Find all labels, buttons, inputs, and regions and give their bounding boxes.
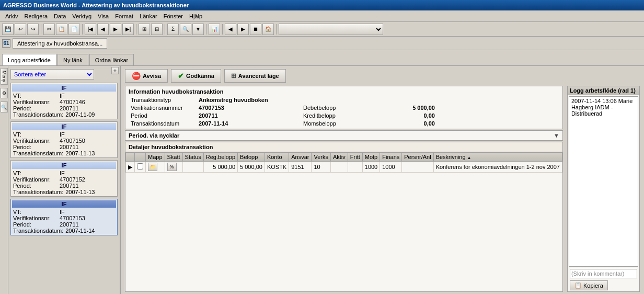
- log-comment-input[interactable]: (Skriv in kommentar): [570, 269, 637, 278]
- toolbar-filter-btn[interactable]: ▼: [192, 24, 204, 35]
- toolbar-sep-1: [41, 24, 41, 35]
- menu-format[interactable]: Format: [112, 12, 136, 20]
- record-card-2[interactable]: IF VT: IF Verifikationsnr: 47007150 Peri…: [10, 121, 118, 158]
- toolbar-grid2-btn[interactable]: ⊟: [151, 24, 163, 35]
- sort-select[interactable]: Sortera efter: [10, 69, 94, 80]
- menu-visa[interactable]: Visa: [95, 12, 112, 20]
- table-row[interactable]: ▶ 📁 %: [126, 162, 562, 173]
- col-motp[interactable]: Motp: [362, 153, 380, 162]
- transaktionsdatum-label: Transaktionsdatum: [129, 120, 197, 127]
- menu-lankar[interactable]: Länkar: [136, 12, 160, 20]
- menu-fonster[interactable]: Fönster: [160, 12, 186, 20]
- toolbar-nav-first-btn[interactable]: |◀: [85, 24, 96, 35]
- toolbar-undo-btn[interactable]: ↩: [15, 24, 26, 35]
- row-checkbox-cell[interactable]: [135, 162, 146, 173]
- info-section: Information huvudbokstransaktion Transak…: [125, 86, 563, 129]
- col-aktiv[interactable]: Aktiv: [330, 153, 348, 162]
- tab-ordna-lankar[interactable]: Ordna länkar: [89, 54, 134, 65]
- menu-arkiv[interactable]: Arkiv: [2, 12, 21, 20]
- row-checkbox[interactable]: [137, 163, 143, 169]
- debetbelopp-label: Debetbelopp: [301, 105, 364, 111]
- avancerat-label: Avancerat läge: [238, 73, 279, 79]
- record-card-3[interactable]: IF VT: IF Verifikationsnr: 47007152 Peri…: [10, 160, 118, 197]
- row-fritt: [348, 162, 362, 173]
- godkanna-label: Godkänna: [186, 73, 214, 79]
- avancerat-icon: ⊞: [231, 72, 236, 80]
- main-area: Meny ⚙ 🔍 + Sortera efter IF VT: IF Verif…: [0, 66, 644, 294]
- menu-verktyg[interactable]: Verktyg: [69, 12, 95, 20]
- record-card-4[interactable]: IF VT: IF Verifikationsnr: 47007153 Peri…: [10, 199, 118, 235]
- col-mapp[interactable]: Mapp: [146, 153, 165, 162]
- row-mapp-cell[interactable]: 📁: [146, 162, 165, 173]
- tab-ny-lank[interactable]: Ny länk: [58, 54, 88, 65]
- toolbar-chart-btn[interactable]: 📊: [209, 24, 220, 35]
- record-card-3-header: IF: [12, 162, 116, 169]
- menu-data[interactable]: Data: [51, 12, 69, 20]
- row-aktiv: [330, 162, 348, 173]
- col-persnr[interactable]: Persnr/Anl: [402, 153, 433, 162]
- kopiera-button[interactable]: 📋 Kopiera: [570, 280, 608, 290]
- vert-menu-btn-3[interactable]: 🔍: [1, 101, 8, 112]
- toolbar-sum-btn[interactable]: Σ: [167, 24, 179, 35]
- avvisa-button[interactable]: ⛔ Avvisa: [125, 69, 168, 83]
- row-beskrivning: Konferens för ekonomiavdelningen 1-2 nov…: [433, 162, 562, 173]
- tab-logg[interactable]: Logg arbetsflöde: [2, 54, 56, 65]
- transaktionstyp-value: Ankomstreg huvudboken: [197, 97, 301, 103]
- toolbar-back-btn[interactable]: ◀: [225, 24, 236, 35]
- col-belopp[interactable]: Belopp: [238, 153, 265, 162]
- menu-hjalp[interactable]: Hjälp: [186, 12, 205, 20]
- info-section-title: Information huvudbokstransaktion: [129, 88, 559, 95]
- godkanna-icon: ✔: [178, 72, 184, 80]
- toolbar-nav-next-btn[interactable]: ▶: [110, 24, 121, 35]
- row-mapp-btn[interactable]: 📁: [148, 163, 157, 171]
- record-card-2-ver: Verifikationsnr: 47007150: [12, 138, 116, 144]
- toolbar-nav-prev-btn[interactable]: ◀: [97, 24, 109, 35]
- vert-menu: Meny ⚙ 🔍: [0, 66, 8, 294]
- transaktionstyp-label: Transaktionstyp: [129, 97, 197, 103]
- toolbar-copy-btn[interactable]: 📋: [56, 24, 67, 35]
- col-ansvar[interactable]: Ansvar: [289, 153, 312, 162]
- row-skatt-btn[interactable]: %: [167, 163, 177, 171]
- col-finans[interactable]: Finans: [380, 153, 402, 162]
- toolbar-redo-btn[interactable]: ↪: [27, 24, 39, 35]
- toolbar-home-btn[interactable]: 🏠: [262, 24, 274, 35]
- window-tab-attestering[interactable]: Attestering av huvudbokstransa...: [13, 38, 107, 49]
- record-card-3-date: Transaktionsdatum: 2007-11-13: [12, 189, 116, 195]
- menu-bar: Arkiv Redigera Data Verktyg Visa Format …: [0, 10, 644, 22]
- row-skatt-cell[interactable]: %: [165, 162, 182, 173]
- toolbar-dropdown[interactable]: [279, 24, 383, 35]
- row-indicator: ▶: [126, 162, 135, 173]
- toolbar-grid1-btn[interactable]: ⊞: [139, 24, 150, 35]
- toolbar-cut-btn[interactable]: ✂: [43, 24, 55, 35]
- left-sidebar: + Sortera efter IF VT: IF Verifikationsn…: [8, 66, 121, 294]
- col-konto[interactable]: Konto: [264, 153, 289, 162]
- col-fritt[interactable]: Fritt: [348, 153, 362, 162]
- avancerat-button[interactable]: ⊞ Avancerat läge: [224, 69, 286, 83]
- menu-redigera[interactable]: Redigera: [21, 12, 51, 20]
- toolbar-search-btn[interactable]: 🔍: [180, 24, 191, 35]
- toolbar-forward-btn[interactable]: ▶: [237, 24, 249, 35]
- toolbar-save-btn[interactable]: 💾: [2, 24, 14, 35]
- record-card-1-header: IF: [12, 84, 116, 92]
- godkanna-button[interactable]: ✔ Godkänna: [171, 69, 221, 83]
- col-status[interactable]: Status: [182, 153, 203, 162]
- record-card-3-ver: Verifikationsnr: 47007152: [12, 176, 116, 183]
- record-card-2-date: Transaktionsdatum: 2007-11-13: [12, 150, 116, 156]
- log-sidebar: Logg arbetsflöde (rad 1) 2007-11-14 13:0…: [567, 86, 640, 292]
- sidebar-collapse-btn[interactable]: +: [111, 67, 119, 74]
- col-regbelopp[interactable]: Reg.belopp: [203, 153, 237, 162]
- window-icon[interactable]: 61: [2, 39, 10, 48]
- row-persnr: [402, 162, 433, 173]
- right-content: ⛔ Avvisa ✔ Godkänna ⊞ Avancerat läge Inf…: [121, 66, 644, 294]
- toolbar-paste-btn[interactable]: 📄: [68, 24, 80, 35]
- vert-menu-btn-1[interactable]: Meny: [1, 68, 8, 85]
- col-verks[interactable]: Verks: [312, 153, 331, 162]
- record-card-2-header: IF: [12, 123, 116, 130]
- toolbar-stop-btn[interactable]: ⏹: [250, 24, 261, 35]
- col-beskrivning[interactable]: Beskrivning ▲: [433, 153, 562, 162]
- col-skatt[interactable]: Skatt: [165, 153, 182, 162]
- period-row[interactable]: Period. via nycklar ▼: [125, 130, 563, 141]
- vert-menu-btn-2[interactable]: ⚙: [1, 88, 8, 98]
- toolbar-nav-last-btn[interactable]: ▶|: [122, 24, 134, 35]
- record-card-1[interactable]: IF VT: IF Verifikationsnr: 47007146 Peri…: [10, 83, 118, 119]
